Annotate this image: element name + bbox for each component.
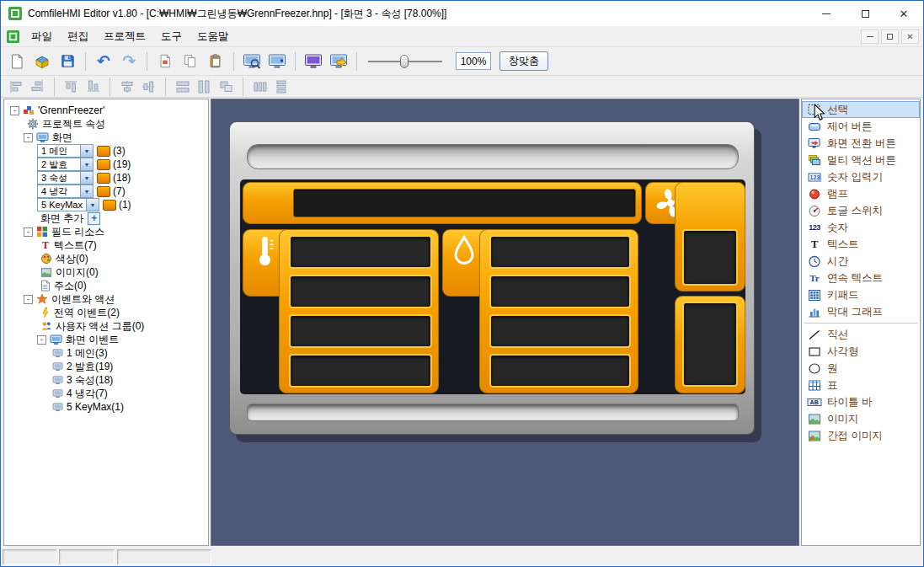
new-project-button[interactable]	[5, 50, 29, 73]
minimize-button[interactable]	[807, 1, 846, 26]
tree-screen-event-4[interactable]: 4 냉각(7)	[52, 387, 208, 400]
hmi-humidity-cell-3[interactable]	[489, 314, 631, 348]
palette-tool-serial-text[interactable]: Tr 연속 텍스트	[802, 270, 920, 286]
tree-screen-event-2[interactable]: 2 발효(19)	[52, 360, 208, 373]
hmi-humidity-cell-4[interactable]	[489, 354, 631, 388]
chevron-down-icon[interactable]: ▼	[81, 144, 93, 158]
tree-item-text-resource[interactable]: T 텍스트(7)	[40, 238, 208, 252]
menu-file[interactable]: 파일	[24, 26, 60, 47]
screen-event-label[interactable]: 5 KeyMax(1)	[67, 401, 124, 413]
distribute-horizontal-button[interactable]	[250, 78, 270, 94]
preview-button[interactable]	[240, 50, 264, 73]
simulate-button[interactable]	[302, 50, 325, 73]
align-left-button[interactable]	[6, 78, 25, 94]
tree-item-project-properties[interactable]: 프로젝트 속성	[27, 117, 208, 131]
mdi-restore-button[interactable]	[881, 29, 899, 44]
tree-screen-event-1[interactable]: 1 메인(3)	[52, 346, 208, 360]
tree-group-events[interactable]: - 이벤트와 액션	[24, 292, 208, 306]
menu-tools[interactable]: 도구	[153, 26, 190, 47]
project-properties-label[interactable]: 프로젝트 속성	[42, 117, 105, 131]
palette-tool-lamp[interactable]: 램프	[802, 185, 920, 202]
field-resources-label[interactable]: 필드 리소스	[51, 225, 104, 239]
palette-tool-title-bar[interactable]: AB 타이틀 바	[802, 393, 920, 410]
screen-events-label[interactable]: 화면 이벤트	[66, 333, 119, 347]
palette-tool-line[interactable]: 직선	[802, 326, 920, 343]
cut-button[interactable]	[153, 50, 177, 73]
global-events-label[interactable]: 전역 이벤트(2)	[54, 306, 120, 320]
palette-tool-indirect-image[interactable]: 간접 이미지	[802, 427, 920, 444]
tree-screen-1[interactable]: 1 메인▼ (3)	[37, 144, 208, 158]
paste-button[interactable]	[204, 50, 227, 73]
tree-expander[interactable]: -	[24, 227, 33, 237]
mdi-close-button[interactable]: ✕	[901, 29, 919, 44]
tree-screen-2[interactable]: 2 발효▼ (19)	[37, 158, 208, 171]
align-bottom-button[interactable]	[85, 77, 101, 96]
hmi-right-lower-cell[interactable]	[682, 302, 738, 387]
palette-tool-number[interactable]: 123 숫자	[802, 219, 920, 236]
menu-help[interactable]: 도움말	[190, 26, 237, 47]
tree-expander[interactable]: -	[24, 295, 33, 304]
align-right-button[interactable]	[28, 78, 47, 94]
palette-tool-number-input[interactable]: 123 숫자 입력기	[802, 168, 920, 185]
palette-tool-screen-switch-button[interactable]: 화면 전환 버튼	[802, 135, 920, 152]
hmi-temp-cell-1[interactable]	[289, 235, 432, 269]
menu-project[interactable]: 프로젝트	[96, 26, 153, 47]
text-resource-label[interactable]: 텍스트(7)	[54, 238, 97, 253]
screen-name-combo[interactable]: 1 메인	[37, 144, 81, 158]
color-resource-label[interactable]: 색상(0)	[56, 252, 88, 266]
image-resource-label[interactable]: 이미지(0)	[56, 265, 99, 280]
same-size-button[interactable]	[216, 78, 236, 94]
hmi-top-display-bar[interactable]	[247, 144, 739, 169]
hmi-temp-cell-2[interactable]	[289, 275, 432, 308]
tree-root[interactable]: - 'GrennFreezer'	[10, 104, 208, 117]
palette-tool-rectangle[interactable]: 사각형	[802, 343, 920, 360]
mdi-minimize-button[interactable]	[861, 29, 879, 44]
tree-add-screen[interactable]: 화면 추가 +	[40, 211, 208, 225]
palette-tool-toggle-switch[interactable]: 토글 스위치	[802, 202, 920, 219]
tree-group-screens[interactable]: - 화면	[24, 131, 208, 144]
palette-tool-image[interactable]: 이미지	[802, 410, 920, 427]
maximize-button[interactable]	[846, 1, 884, 26]
screen-name-combo[interactable]: 5 KeyMax	[37, 198, 87, 211]
chevron-down-icon[interactable]: ▼	[87, 198, 99, 211]
design-canvas[interactable]	[211, 99, 799, 546]
copy-button[interactable]	[179, 50, 202, 73]
close-button[interactable]: ✕	[884, 1, 923, 26]
download-to-device-button[interactable]	[327, 50, 350, 73]
tree-expander[interactable]: -	[10, 106, 19, 115]
tree-item-global-events[interactable]: 전역 이벤트(2)	[40, 306, 208, 319]
tree-item-address-resource[interactable]: 주소(0)	[40, 279, 208, 292]
mdi-document-icon[interactable]	[7, 30, 19, 43]
chevron-down-icon[interactable]: ▼	[81, 185, 93, 198]
palette-tool-bar-graph[interactable]: 막대 그래프	[802, 303, 920, 320]
tree-group-field-resources[interactable]: - 필드 리소스	[24, 225, 208, 238]
add-screen-label[interactable]: 화면 추가	[40, 211, 83, 226]
palette-tool-multi-action-button[interactable]: 멀티 액션 버튼	[802, 152, 920, 168]
tree-screen-3[interactable]: 3 숙성▼ (18)	[37, 171, 208, 185]
tree-expander[interactable]: -	[24, 133, 33, 142]
address-resource-label[interactable]: 주소(0)	[54, 279, 87, 293]
hmi-temp-cell-4[interactable]	[289, 354, 432, 388]
tree-screen-event-5[interactable]: 5 KeyMax(1)	[52, 400, 208, 414]
tree-group-screen-events[interactable]: - 화면 이벤트	[37, 333, 208, 346]
hmi-humidity-cell-1[interactable]	[489, 235, 631, 269]
fit-window-button[interactable]: 창맞춤	[499, 51, 548, 71]
same-width-button[interactable]	[173, 78, 192, 94]
tree-item-image-resource[interactable]: 이미지(0)	[40, 265, 208, 279]
chevron-down-icon[interactable]: ▼	[81, 171, 93, 185]
palette-tool-keypad[interactable]: 키패드	[802, 286, 920, 303]
tree-screen-5[interactable]: 5 KeyMax▼ (1)	[37, 198, 208, 211]
zoom-preview-button[interactable]	[265, 50, 289, 73]
chevron-down-icon[interactable]: ▼	[81, 158, 93, 171]
user-action-groups-label[interactable]: 사용자 액션 그룹(0)	[56, 319, 144, 334]
tree-item-color-resource[interactable]: 색상(0)	[40, 252, 208, 265]
hmi-header-display[interactable]	[293, 189, 636, 217]
add-screen-button[interactable]: +	[88, 212, 100, 225]
tree-screen-4[interactable]: 4 냉각▼ (7)	[37, 185, 208, 198]
screen-event-label[interactable]: 4 냉각(7)	[67, 387, 108, 401]
palette-tool-table[interactable]: 표	[802, 377, 920, 393]
zoom-slider[interactable]	[366, 53, 444, 70]
undo-button[interactable]: ↶	[92, 50, 115, 73]
save-button[interactable]	[56, 50, 79, 73]
tree-expander[interactable]: -	[37, 335, 46, 345]
